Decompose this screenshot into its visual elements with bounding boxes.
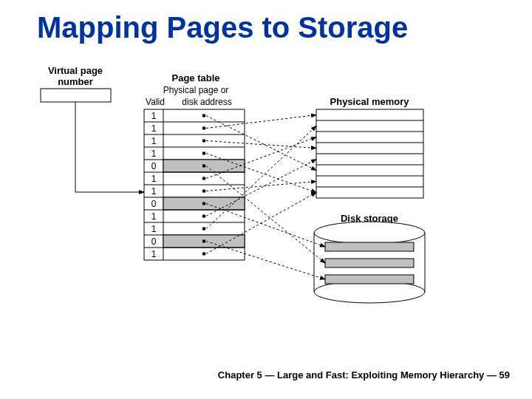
vpn-index-arrow [75,102,144,192]
ppda-label-2: disk address [182,97,231,107]
disk-storage [314,222,425,303]
svg-rect-50 [325,242,414,251]
svg-rect-16 [202,165,205,168]
svg-rect-12 [202,152,205,155]
svg-point-49 [314,222,425,244]
svg-rect-6 [202,127,205,130]
vpn-register [41,89,111,102]
svg-rect-39 [202,253,205,256]
svg-text:0: 0 [151,199,157,209]
diagram: Virtual page number Page table Physical … [0,0,532,399]
svg-text:1: 1 [151,123,157,134]
ppda-label-1: Physical page or [163,85,229,95]
svg-text:1: 1 [151,224,157,234]
svg-rect-52 [325,275,414,284]
svg-rect-3 [202,115,205,117]
svg-text:1: 1 [151,186,157,197]
svg-rect-29 [202,215,205,218]
svg-text:1: 1 [151,211,157,222]
svg-text:1: 1 [151,149,157,159]
svg-rect-9 [202,140,205,143]
valid-label: Valid [146,97,165,107]
pagetable-label: Page table [171,72,219,83]
svg-text:1: 1 [151,174,157,184]
svg-text:0: 0 [151,161,157,171]
svg-rect-26 [202,202,205,205]
svg-rect-36 [202,240,205,243]
svg-rect-51 [325,259,414,267]
vpn-label-1: Virtual page [48,65,103,76]
svg-rect-32 [202,228,205,231]
physmem-label: Physical memory [330,96,410,107]
svg-rect-22 [202,190,205,193]
slide-footer: Chapter 5 — Large and Fast: Exploiting M… [218,369,510,381]
svg-text:1: 1 [151,111,157,121]
svg-text:0: 0 [151,236,157,247]
physical-memory [316,109,423,198]
page-table: 111101101101 [144,109,245,260]
svg-rect-19 [202,177,205,180]
svg-text:1: 1 [151,136,157,146]
svg-text:1: 1 [151,249,157,259]
vpn-label-2: number [58,76,93,87]
